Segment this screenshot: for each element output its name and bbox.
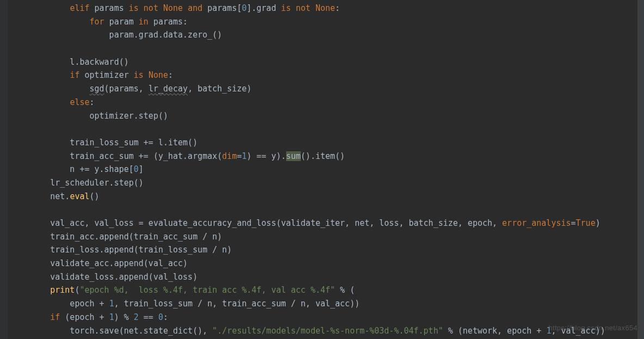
code-token: lr_decay [148,84,188,94]
gutter-line [0,217,8,230]
code-line[interactable]: val_acc, val_loss = evaluate_accuracy_an… [11,217,644,230]
code-token: : [335,3,340,13]
code-token: ) % [114,312,134,322]
code-line[interactable]: validate_loss.append(val_loss) [11,270,644,284]
gutter-line [0,311,8,324]
code-line[interactable]: n += y.shape[0] [11,163,644,176]
code-token [11,97,70,107]
code-token: , train_loss_sum / n, train_acc_sum / n,… [114,299,360,309]
code-line[interactable]: lr_scheduler.step() [11,176,644,190]
code-line[interactable]: train_acc_sum += (y_hat.argmax(dim=1) ==… [11,150,644,163]
code-token: ) [596,218,600,228]
code-token: = [571,218,576,228]
gutter-line [0,270,8,284]
code-token: optimizer.step() [11,111,168,121]
code-line[interactable]: param.grad.data.zero_() [11,28,644,42]
code-line[interactable]: epoch + 1, train_loss_sum / n, train_acc… [11,297,644,311]
code-token: "./results/models/model-%s-norm-%03d-%.0… [212,326,448,336]
code-token: for [90,17,109,27]
code-line[interactable]: validate_acc.append(val_acc) [11,257,644,270]
code-line[interactable]: else: [11,96,644,109]
gutter-line [0,28,8,42]
gutter-line [0,203,8,217]
code-token: % ( [340,285,355,295]
code-token: train_acc.append(train_acc_sum / n) [11,232,222,242]
code-token: , batch_size) [188,84,251,94]
code-token: : [90,97,95,107]
code-token: dim [222,151,237,161]
gutter-line [0,230,8,244]
code-token: : [168,70,173,80]
code-token: 2 [134,312,144,322]
code-token: torch.save(net.state_dict(), [11,326,212,336]
code-editor: elif params is not None and params[0].gr… [0,0,644,339]
gutter-line [0,42,8,56]
code-line[interactable]: elif params is not None and params[0].gr… [11,2,644,15]
code-token: param.grad.data.zero_() [11,30,222,40]
code-line[interactable]: if optimizer is None: [11,69,644,82]
code-token: optimizer [84,70,133,80]
code-token: param [109,17,139,27]
code-token: 0 [242,3,246,13]
gutter-line [0,150,8,163]
gutter [0,0,8,339]
code-line[interactable] [11,122,644,136]
code-line[interactable] [11,42,644,56]
code-token: 0 [158,312,163,322]
gutter-line [0,69,8,82]
code-line[interactable]: net.eval() [11,190,644,204]
code-token: 1 [109,312,114,322]
gutter-line [0,56,8,69]
code-token: sgd [90,84,104,94]
code-token: None [163,3,188,13]
code-line[interactable]: train_acc.append(train_acc_sum / n) [11,230,644,244]
code-token [11,84,90,94]
code-token: epoch + [11,299,109,309]
code-token: sum [286,151,301,161]
code-line[interactable] [11,203,644,217]
code-line[interactable]: train_loss.append(train_loss_sum / n) [11,243,644,257]
code-token: None [148,70,168,80]
code-token: error_analysis [502,218,571,228]
gutter-line [0,297,8,311]
code-token: 0 [134,164,139,174]
code-token: () [90,192,100,201]
code-token [11,17,90,27]
vertical-scrollbar[interactable] [637,0,644,339]
code-line[interactable]: print("epoch %d, loss %.4f, train acc %.… [11,283,644,297]
code-area[interactable]: elif params is not None and params[0].gr… [8,0,644,339]
code-token: None [315,3,335,13]
gutter-line [0,122,8,136]
code-token: params [95,3,129,13]
code-token: ].grad [247,3,281,13]
watermark-text: https://blog.csdn.net/ax654 [549,321,637,335]
code-token: l.backward() [11,57,129,67]
code-line[interactable]: for param in params: [11,15,644,29]
code-token: "epoch %d, loss %.4f, train acc %.4f, va… [79,285,340,295]
code-token: validate_acc.append(val_acc) [11,258,188,268]
code-line[interactable]: optimizer.step() [11,109,644,123]
code-token: ] [139,164,144,174]
code-token: print [50,285,75,295]
gutter-line [0,190,8,204]
code-token [11,312,50,322]
code-token: in [139,17,153,27]
gutter-line [0,176,8,190]
gutter-line [0,96,8,109]
code-token [11,70,70,80]
code-line[interactable]: sgd(params, lr_decay, batch_size) [11,82,644,96]
code-line[interactable]: train_loss_sum += l.item() [11,136,644,150]
code-token: validate_loss.append(val_loss) [11,272,197,282]
code-token: n += y.shape[ [11,164,134,174]
code-token: net. [11,192,70,201]
gutter-line [0,257,8,270]
code-token: params: [153,17,188,27]
code-token: % (network, epoch + [448,326,547,336]
code-line[interactable]: l.backward() [11,56,644,69]
gutter-line [0,109,8,123]
gutter-line [0,283,8,297]
code-token: ) == y). [246,151,286,161]
gutter-line [0,243,8,257]
code-token: lr_scheduler.step() [11,178,144,188]
code-token: if [70,70,84,80]
